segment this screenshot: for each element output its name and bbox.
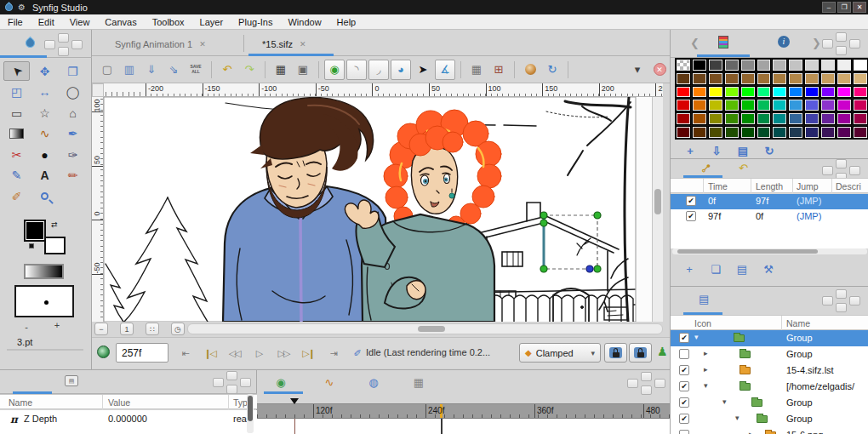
document-tab[interactable]: *15.sifz✕: [262, 35, 306, 54]
hscroll-thumb[interactable]: [418, 326, 445, 332]
panel-dock-widget[interactable]: [627, 372, 666, 395]
color-swatch[interactable]: [788, 112, 803, 125]
color-swatch[interactable]: [724, 59, 740, 71]
color-swatch[interactable]: [740, 99, 756, 111]
canvas-horizontal-scrollbar[interactable]: [187, 323, 663, 334]
palette-tab-icon[interactable]: [718, 36, 728, 49]
checkbox[interactable]: ✔: [686, 196, 696, 206]
dock-handle[interactable]: [836, 289, 847, 299]
tool-pencil[interactable]: ✏: [60, 166, 86, 186]
children-tab[interactable]: ◍: [363, 374, 384, 391]
keyframe-lock-future-button[interactable]: ◞: [368, 60, 389, 80]
param-row[interactable]: π: [0, 430, 244, 434]
color-swatch[interactable]: [740, 126, 756, 139]
seek-prev-keyframe-button[interactable]: ❙◁: [197, 344, 221, 363]
lock-past-keyframe-button[interactable]: [604, 343, 627, 363]
color-swatch[interactable]: [692, 99, 707, 111]
color-swatch[interactable]: [724, 126, 740, 139]
color-swatch[interactable]: [740, 72, 756, 85]
color-swatch[interactable]: [820, 112, 836, 125]
color-swatch[interactable]: [692, 126, 707, 139]
color-swatch[interactable]: [724, 86, 740, 99]
remove-keyframe-button[interactable]: ▤: [732, 260, 752, 277]
tool-spline[interactable]: ∿: [31, 124, 58, 144]
tool-width[interactable]: ↔: [31, 83, 58, 102]
color-swatch[interactable]: [772, 59, 787, 71]
preview-render-button[interactable]: ✐: [345, 344, 369, 363]
timetrack-ruler[interactable]: 120f240f360f480: [257, 403, 670, 419]
new-file-button[interactable]: ▢: [97, 60, 117, 80]
layer-row[interactable]: ▸15-6.png: [671, 427, 868, 434]
color-swatch[interactable]: [708, 72, 723, 85]
low-res-toggle-button[interactable]: −: [94, 323, 108, 335]
color-swatch[interactable]: [692, 72, 707, 85]
menu-layer[interactable]: Layer: [192, 16, 231, 28]
expander-icon[interactable]: ▾: [694, 333, 699, 341]
show-guides-button[interactable]: ➤: [413, 60, 433, 80]
keyframe-row[interactable]: ✔0f97f(JMP): [671, 194, 868, 209]
seek-next-keyframe-button[interactable]: ▷❙: [296, 344, 320, 363]
menu-toolbox[interactable]: Toolbox: [145, 16, 192, 28]
dock-handle[interactable]: [240, 378, 251, 387]
dock-handle[interactable]: [58, 33, 69, 43]
more-options-button[interactable]: ▾: [627, 60, 648, 80]
menu-edit[interactable]: Edit: [31, 16, 62, 28]
color-swatch[interactable]: [820, 99, 836, 111]
dock-handle[interactable]: [822, 296, 833, 306]
dock-handle[interactable]: [849, 39, 860, 49]
drawing-canvas[interactable]: [104, 97, 652, 322]
color-swatch[interactable]: [804, 59, 819, 71]
expander-icon[interactable]: ▾: [722, 397, 727, 406]
dock-handle[interactable]: [849, 166, 860, 175]
document-tab[interactable]: Synfig Animation 1✕: [115, 35, 206, 54]
color-swatch[interactable]: [676, 72, 691, 85]
layer-row[interactable]: ✔▾[/home/zelgadis/: [671, 379, 868, 395]
color-swatch[interactable]: [837, 99, 852, 111]
redo-button[interactable]: ↷: [239, 60, 260, 80]
single-frame-button[interactable]: 1: [120, 323, 134, 335]
dock-handle[interactable]: [641, 372, 652, 381]
color-swatch[interactable]: [837, 112, 852, 125]
keyframes-hscroll-thumb[interactable]: [677, 249, 818, 254]
tool-transform[interactable]: ➤: [3, 61, 30, 81]
tool-mirror[interactable]: ❐: [60, 61, 86, 81]
color-swatch[interactable]: [804, 99, 819, 111]
menu-view[interactable]: View: [62, 16, 98, 28]
expander-icon[interactable]: ▸: [749, 430, 753, 434]
keyframes-hscrollbar[interactable]: [672, 248, 867, 254]
color-swatch[interactable]: [740, 86, 756, 99]
color-swatch[interactable]: [788, 72, 803, 85]
color-swatch[interactable]: [772, 112, 787, 125]
color-swatch[interactable]: [772, 99, 787, 111]
tool-draw[interactable]: ✒: [60, 124, 86, 144]
walking-man-icon[interactable]: ♟: [657, 345, 668, 358]
reset-colors-icon[interactable]: [29, 243, 34, 248]
params-tab-icon[interactable]: ▤: [65, 375, 78, 386]
tool-brush[interactable]: ✐: [3, 186, 30, 206]
prev-panel-icon[interactable]: ❮: [690, 37, 700, 49]
default-gradient-swatch[interactable]: [24, 264, 64, 279]
dock-handle[interactable]: [849, 296, 860, 306]
tool-circle[interactable]: ◯: [60, 83, 86, 102]
timetrack-track[interactable]: [257, 419, 670, 434]
tool-gradient[interactable]: [3, 124, 30, 144]
save-palette-button[interactable]: ⇩: [707, 143, 726, 158]
menu-help[interactable]: Help: [329, 16, 364, 28]
tool-sketch[interactable]: ✎: [3, 166, 30, 186]
canvas-vertical-scrollbar[interactable]: [652, 97, 663, 322]
tool-star[interactable]: ☆: [31, 103, 58, 123]
color-swatch[interactable]: [820, 59, 836, 71]
color-swatch[interactable]: [837, 72, 852, 85]
refresh-palette-button[interactable]: ↻: [760, 143, 779, 158]
keyframe-lock-past-button[interactable]: ◝: [346, 60, 367, 80]
menu-window[interactable]: Window: [280, 16, 328, 28]
keyframe-jump-link[interactable]: (JMP): [797, 196, 821, 206]
panel-dock-widget[interactable]: [822, 32, 861, 55]
dock-handle[interactable]: [627, 379, 638, 388]
dock-handle[interactable]: [213, 378, 224, 387]
seek-end-button[interactable]: ⇥: [321, 344, 345, 363]
open-file-button[interactable]: ▥: [119, 60, 140, 80]
layer-row[interactable]: ✔▾Group: [671, 395, 868, 411]
color-swatch[interactable]: [708, 86, 723, 99]
layer-row[interactable]: ✔▾Group: [671, 411, 868, 427]
